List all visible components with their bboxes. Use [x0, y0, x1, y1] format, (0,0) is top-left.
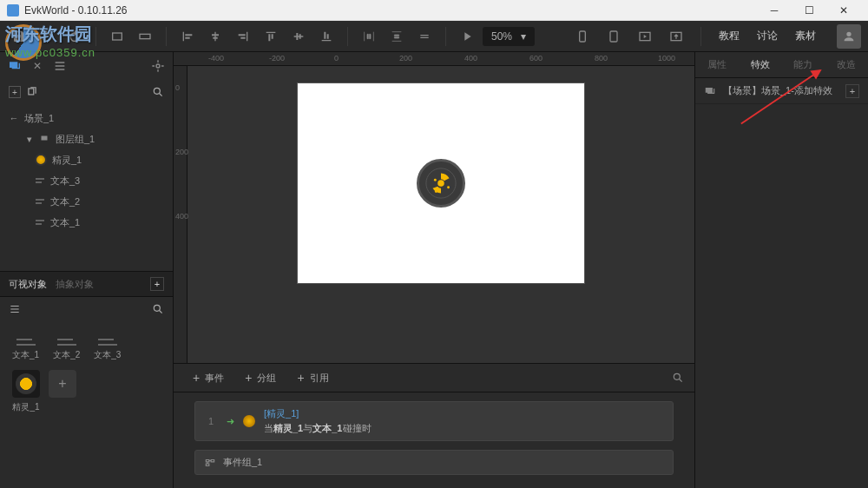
svg-point-11: [437, 180, 444, 187]
preview-icon[interactable]: [633, 24, 657, 49]
svg-rect-2: [580, 31, 586, 42]
lp-tab-stack-icon[interactable]: [52, 58, 68, 74]
app-icon: [7, 4, 19, 16]
object-tabs: 可视对象 抽象对象 +: [0, 271, 173, 297]
window-title: EvkWorld - 0.10.11.26: [24, 4, 128, 16]
list-view-icon[interactable]: [9, 303, 21, 315]
tab-abstract-objects[interactable]: 抽象对象: [56, 278, 94, 291]
minimize-button[interactable]: ─: [757, 1, 792, 20]
rp-tab-attr[interactable]: 属性: [707, 58, 727, 71]
text2-item[interactable]: 文本_2: [0, 191, 173, 212]
maximize-button[interactable]: ☐: [792, 1, 826, 20]
user-avatar[interactable]: [837, 24, 861, 49]
align-icon-3[interactable]: [231, 24, 255, 49]
nav-tutorial[interactable]: 教程: [713, 25, 745, 47]
svg-point-13: [435, 190, 437, 193]
align-icon-1[interactable]: [175, 24, 200, 49]
canvas-sprite-object[interactable]: [417, 159, 465, 208]
undo-icon[interactable]: [35, 24, 59, 49]
dist-icon-2[interactable]: [385, 24, 409, 49]
save-icon[interactable]: [7, 24, 31, 49]
nav-discuss[interactable]: 讨论: [752, 25, 783, 47]
tab-visible-objects[interactable]: 可视对象: [9, 278, 47, 291]
main-toolbar: 50% ▾ 教程 讨论 素材: [0, 21, 868, 52]
device-tablet-icon[interactable]: [602, 24, 626, 49]
canvas-viewport[interactable]: [187, 66, 694, 363]
event-row-1[interactable]: 1 ➜ [精灵_1] 当精灵_1与文本_1碰撞时: [194, 401, 674, 441]
ruler-horizontal: -400 -200 0 200 400 600 800 1000: [174, 52, 694, 66]
svg-point-15: [674, 373, 680, 379]
svg-point-12: [434, 179, 437, 181]
svg-point-14: [447, 186, 450, 188]
add-event-button[interactable]: +事件: [184, 367, 233, 388]
scene-back-item[interactable]: ← 场景_1: [0, 108, 173, 129]
event-sprite-icon: [243, 415, 255, 427]
lp-tab-close-icon[interactable]: ✕: [30, 58, 45, 74]
svg-point-6: [156, 64, 160, 68]
svg-rect-7: [29, 89, 34, 95]
add-fx-button[interactable]: +: [845, 84, 859, 98]
add-quote-button[interactable]: +引用: [288, 367, 337, 388]
add-group-button[interactable]: +分组: [236, 367, 285, 388]
text3-item[interactable]: 文本_3: [0, 170, 173, 191]
add-object-thumb[interactable]: +: [49, 370, 76, 398]
arrow-right-icon: ➜: [227, 416, 234, 427]
obj-sprite-thumb[interactable]: [12, 370, 40, 398]
svg-point-8: [154, 88, 160, 94]
svg-rect-1: [140, 34, 150, 38]
zoom-selector[interactable]: 50% ▾: [483, 27, 535, 46]
lp-tab-layers-icon[interactable]: [7, 58, 23, 74]
obj-text2[interactable]: 文本_2: [53, 330, 80, 361]
svg-point-9: [154, 305, 160, 311]
search-events-icon[interactable]: [672, 372, 684, 384]
close-button[interactable]: ✕: [826, 1, 861, 20]
svg-rect-3: [610, 31, 617, 42]
rp-tab-fx[interactable]: 特效: [751, 58, 770, 71]
left-panel: ✕ + ← 场景_1 ▾ 图层组_1 精灵_1: [0, 52, 174, 488]
layer-group-item[interactable]: ▾ 图层组_1: [0, 129, 173, 149]
scene-canvas[interactable]: [298, 83, 584, 283]
search-objects-icon[interactable]: [152, 303, 164, 315]
right-panel: 属性 特效 能力 改造 【场景】场景_1-添加特效 +: [694, 52, 868, 488]
events-list: 1 ➜ [精灵_1] 当精灵_1与文本_1碰撞时 事件组_1: [174, 392, 694, 488]
scene-tree: ← 场景_1 ▾ 图层组_1 精灵_1 文本_3 文本_2: [0, 104, 173, 236]
align-icon-2[interactable]: [203, 24, 227, 49]
ruler-vertical: 0 200 400: [174, 66, 187, 363]
redo-icon[interactable]: [62, 24, 87, 49]
event-group-row[interactable]: 事件组_1: [194, 450, 674, 475]
add-scene-icon[interactable]: +: [9, 86, 21, 98]
align-icon-5[interactable]: [286, 24, 311, 49]
align-icon-6[interactable]: [314, 24, 339, 49]
rp-tab-ability[interactable]: 能力: [793, 58, 812, 71]
obj-text3[interactable]: 文本_3: [94, 330, 121, 361]
lp-tab-settings-icon[interactable]: [150, 58, 166, 74]
sprite-thumb-icon: [35, 154, 47, 166]
sprite-item[interactable]: 精灵_1: [0, 149, 173, 170]
tool-rect2-icon[interactable]: [133, 24, 157, 49]
align-icon-4[interactable]: [259, 24, 283, 49]
scene-layers-icon: [704, 85, 716, 97]
add-object-button[interactable]: +: [150, 277, 164, 291]
rp-tab-mod[interactable]: 改造: [837, 58, 856, 71]
copy-scene-icon[interactable]: [26, 86, 38, 98]
svg-rect-0: [113, 33, 122, 40]
device-phone-icon[interactable]: [570, 24, 595, 49]
search-icon[interactable]: [152, 86, 164, 98]
share-icon[interactable]: [664, 24, 688, 49]
canvas-panel: -400 -200 0 200 400 600 800 1000 0 200 4…: [174, 52, 694, 488]
title-bar: EvkWorld - 0.10.11.26 ─ ☐ ✕: [0, 0, 868, 21]
event-object-link[interactable]: [精灵_1]: [264, 407, 372, 420]
obj-text1[interactable]: 文本_1: [12, 330, 39, 361]
events-toolbar: +事件 +分组 +引用: [174, 363, 694, 392]
tool-rect-icon[interactable]: [105, 24, 129, 49]
equal-icon[interactable]: [412, 24, 437, 49]
text1-item[interactable]: 文本_1: [0, 212, 173, 233]
nav-assets[interactable]: 素材: [790, 25, 821, 47]
chevron-down-icon: ▾: [521, 30, 526, 43]
play-icon[interactable]: [455, 24, 479, 49]
dist-icon-1[interactable]: [357, 24, 381, 49]
rp-scene-fx-row[interactable]: 【场景】场景_1-添加特效 +: [695, 78, 868, 104]
group-icon: [204, 457, 216, 469]
